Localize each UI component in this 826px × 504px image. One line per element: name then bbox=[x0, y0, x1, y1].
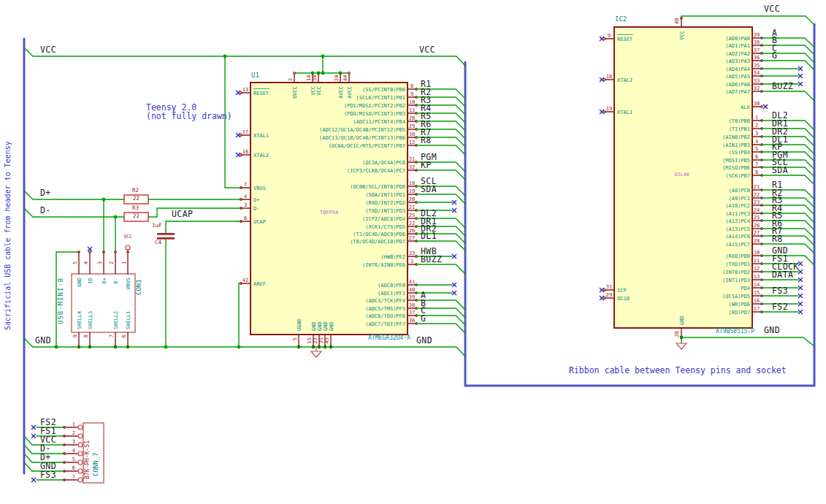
junction-dot bbox=[223, 55, 227, 58]
ic2-pin-name: (WR)PD6 bbox=[728, 302, 750, 308]
u1-pin-number: 4 bbox=[244, 194, 247, 199]
ic2-pin-name: (RD)PD7 bbox=[728, 310, 750, 316]
net-wire bbox=[762, 91, 814, 101]
ic2-pin-number: 33 bbox=[754, 78, 760, 84]
ic2-pin-number: 18 bbox=[606, 74, 612, 80]
u1-pin-number: 41 bbox=[409, 279, 415, 285]
u1-pin-number: 36 bbox=[409, 318, 415, 324]
u1-pin-name: (ADC0)PF0 bbox=[378, 283, 405, 289]
ic2-pin-number: 19 bbox=[606, 106, 612, 112]
u1-pin-name: (ADC7/TDI)PF7 bbox=[365, 321, 405, 327]
net-label: BUZZ bbox=[772, 81, 793, 91]
ic2-package: DIL40 bbox=[675, 172, 689, 177]
con1-pin-number: 3 bbox=[97, 261, 103, 264]
u1-pin-name: (ADC12/OC1A/OC4B/PCINT12)PB5 bbox=[319, 127, 405, 133]
junction-dot bbox=[102, 198, 106, 202]
ic2-pin-number: 12 bbox=[754, 266, 760, 272]
note-teensy-line2: (not fully drawn) bbox=[146, 112, 232, 121]
net-wire bbox=[416, 324, 465, 333]
u1-pin-number: 22 bbox=[409, 221, 415, 226]
u1-pin-number: 13 bbox=[242, 87, 248, 93]
ic2-pin-name: (INT1)PD3 bbox=[722, 278, 750, 283]
con1-pin-number: 4 bbox=[83, 261, 89, 264]
conn7-pin-number: 7 bbox=[72, 474, 75, 480]
ic2-pin-number: 7 bbox=[755, 161, 758, 167]
net-label: FS2 bbox=[772, 302, 788, 312]
gnd-symbol bbox=[676, 343, 687, 349]
ic2-pin-name: (AD5)PA5 bbox=[725, 74, 750, 80]
conn7-pin-number: 5 bbox=[72, 457, 75, 462]
u1-pin-number: 28 bbox=[409, 115, 415, 121]
note-sacrificial-usb: Sacrificial USB cable from header to Tee… bbox=[4, 141, 12, 330]
con1-pin-name: SHELL1 bbox=[126, 311, 131, 329]
u1-pin-name: UVCC bbox=[292, 86, 298, 99]
con1-pin-name: D+ bbox=[102, 278, 107, 283]
con1-pin-number: 9 bbox=[72, 335, 78, 337]
ic2-pin-number: 36 bbox=[754, 55, 760, 61]
net-label: DL1 bbox=[421, 231, 437, 241]
net-wire bbox=[762, 145, 814, 154]
wire bbox=[24, 191, 124, 199]
wire bbox=[148, 208, 241, 217]
u1-pin-number: 20 bbox=[409, 196, 415, 202]
conn7-pin-number: 1 bbox=[72, 421, 75, 427]
u1-pin-name: (OC3A/OC4A)PC6 bbox=[362, 160, 405, 166]
u1-pin-number: 35 bbox=[318, 337, 324, 343]
junction-dot bbox=[114, 215, 118, 219]
net-label: FS3 bbox=[40, 470, 56, 480]
u1-pin-name: (ADC4/TCK)PF4 bbox=[365, 298, 405, 304]
ic2-pin-number: 11 bbox=[754, 258, 760, 264]
r3-reference: R3 bbox=[132, 205, 139, 211]
ic2-pin-name: (TXD)PD1 bbox=[725, 261, 750, 267]
u1-pin-number: 6 bbox=[244, 215, 247, 221]
u1-pin-name: (HWB)PE2 bbox=[381, 254, 405, 260]
u1-pin-number: 1 bbox=[410, 259, 413, 264]
ic2-pin-number: 13 bbox=[754, 274, 760, 280]
con1-reference: CON1 bbox=[136, 279, 142, 295]
u1-pin-name: (ICP3/CLK0/OC4A)PC7 bbox=[347, 168, 405, 174]
net-wire bbox=[762, 244, 814, 253]
u1-pin-number: 33 bbox=[409, 251, 415, 256]
junction-dot bbox=[55, 345, 58, 349]
ic2-pin-name: (AD2)PA2 bbox=[725, 51, 750, 57]
u1-pin-name: (ADC13/OC1B/OC4B/PCINT13)PB6 bbox=[319, 135, 405, 141]
conn7-value: B7K-PH-K-S1 bbox=[85, 440, 91, 479]
u1-pin-number: 27 bbox=[409, 235, 415, 241]
ic2-pin-number: 38 bbox=[754, 39, 760, 45]
net-wire bbox=[762, 38, 814, 47]
conn7-reference: CONN_7 bbox=[93, 452, 99, 476]
u1-pin-name: (T0/OC4D/ADC10)PD7 bbox=[350, 239, 405, 245]
u1-pin-number: 44 bbox=[343, 75, 348, 81]
u1-pin-name: XTAL1 bbox=[253, 133, 269, 139]
ic2-pin-name: PD4 bbox=[741, 286, 750, 291]
ic2-pin-name: (RXD)PD0 bbox=[725, 253, 750, 259]
u1-pin-name: (OC0B/SCL/INT0)PD0 bbox=[350, 184, 405, 190]
conn7-pin-number: 6 bbox=[72, 465, 75, 471]
net-label: SDA bbox=[421, 184, 437, 194]
ic2-pin-name: (A12)PC4 bbox=[725, 218, 750, 224]
u1-pin-number: 17 bbox=[242, 129, 248, 135]
u1-pin-number: 7 bbox=[244, 182, 247, 188]
ic2-pin-name: (OC1A)PD5 bbox=[722, 294, 750, 299]
u1-pin-name: (XCK1/CTS)PD5 bbox=[365, 224, 405, 230]
net-label: KP bbox=[421, 160, 432, 170]
junction-dot bbox=[164, 345, 168, 349]
ic2-pin-name: (AD6)PA6 bbox=[725, 82, 750, 88]
schematic-drawing: 13RESET17XTAL116XTAL27VBUS4D+3D-6UCAP42A… bbox=[0, 0, 826, 504]
wire bbox=[24, 436, 32, 445]
r2-value: 22 bbox=[124, 196, 148, 202]
junction-dot bbox=[321, 72, 325, 75]
ic2-pin-name: ICP bbox=[617, 288, 627, 294]
c4-reference: C4 bbox=[155, 240, 161, 245]
ic2-pin-number: 31 bbox=[606, 284, 612, 290]
capacitor-c4-plate bbox=[157, 233, 175, 235]
con1-pin-name: SHELL3 bbox=[88, 311, 93, 329]
ic2-pin-number: 35 bbox=[754, 63, 760, 69]
u1-pin-number: 30 bbox=[409, 131, 415, 137]
r2-reference: R2 bbox=[132, 188, 139, 194]
ic2-pin-number: 26 bbox=[754, 223, 760, 229]
u1-pin-name: (SS/PCINT0)PB0 bbox=[362, 87, 405, 93]
ic2-reference: IC2 bbox=[615, 16, 627, 23]
ic2-pin-number: 29 bbox=[606, 292, 612, 298]
u1-pin-name: (ICP2/ADC8)PD4 bbox=[362, 216, 405, 222]
